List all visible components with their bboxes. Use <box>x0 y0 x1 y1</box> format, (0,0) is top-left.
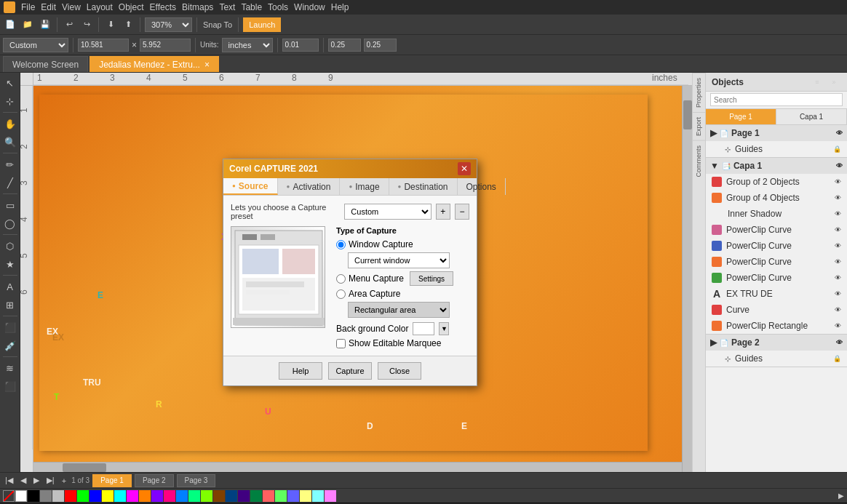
page1-section-header[interactable]: ▶ 📄 Page 1 👁 <box>706 125 847 141</box>
palette-scroll-right[interactable]: ▶ <box>838 492 844 500</box>
objects-search-input[interactable] <box>710 93 843 106</box>
page1-visibility[interactable]: 👁 <box>836 129 843 137</box>
guides2-visibility[interactable]: 🔒 <box>833 355 841 362</box>
polygon-tool[interactable]: ⬡ <box>1 237 19 255</box>
page1-tab-btn[interactable]: Page 1 <box>92 474 132 487</box>
indigo-swatch[interactable] <box>238 490 250 502</box>
menu-help[interactable]: Help <box>331 2 349 12</box>
capa1-section-header[interactable]: ▼ 📑 Capa 1 👁 <box>706 158 847 174</box>
white-swatch[interactable] <box>15 490 27 502</box>
curve-visibility[interactable]: 👁 <box>835 306 841 313</box>
preset-remove-btn[interactable]: − <box>455 204 469 220</box>
bg-color-swatch[interactable] <box>413 322 434 335</box>
height-input[interactable] <box>140 39 191 52</box>
line-tool[interactable]: ╱ <box>1 174 19 191</box>
tab-destination[interactable]: ● Destination <box>389 178 458 195</box>
navy-swatch[interactable] <box>226 490 237 502</box>
capa1-visibility[interactable]: 👁 <box>836 162 843 169</box>
area-type-select[interactable]: Rectangular area <box>348 302 450 318</box>
lime-swatch[interactable] <box>77 490 89 502</box>
group2-item[interactable]: Group of 2 Objects 👁 <box>706 174 847 190</box>
menu-edit[interactable]: Edit <box>41 2 56 12</box>
units-select[interactable]: inches <box>222 38 273 52</box>
panel-expand-btn[interactable]: » <box>827 75 841 89</box>
export-tab[interactable]: Export <box>693 112 705 140</box>
val1-input[interactable] <box>328 39 361 52</box>
redo-btn[interactable]: ↪ <box>79 17 94 32</box>
help-btn[interactable]: Help <box>279 362 322 380</box>
tab-activation[interactable]: ● Activation <box>278 178 341 195</box>
no-fill-swatch[interactable] <box>3 490 15 502</box>
bg-color-arrow[interactable]: ▼ <box>439 322 449 335</box>
capture-btn[interactable]: Capture <box>328 362 372 380</box>
extrude-item[interactable]: A EX TRU DE 👁 <box>706 286 847 302</box>
menu-text[interactable]: Text <box>219 2 235 12</box>
blend-tool[interactable]: ≋ <box>1 359 19 377</box>
darkgreen-swatch[interactable] <box>250 490 262 502</box>
dodgerblue-swatch[interactable] <box>176 490 188 502</box>
zoom-select[interactable]: 307% <box>145 17 192 32</box>
chartreuse-swatch[interactable] <box>201 490 212 502</box>
powerclip4-item[interactable]: PowerClip Curve 👁 <box>706 270 847 286</box>
extrude-tool[interactable]: ⬛ <box>1 377 19 395</box>
scrollbar-horizontal[interactable] <box>33 462 682 472</box>
export-btn[interactable]: ⬆ <box>121 17 135 32</box>
tab-source[interactable]: ● Source <box>223 178 278 195</box>
pc2-visibility[interactable]: 👁 <box>835 242 841 249</box>
zoom-tool[interactable]: 🔍 <box>1 133 19 151</box>
pan-tool[interactable]: ✋ <box>1 115 19 132</box>
hotpink-swatch[interactable] <box>164 490 175 502</box>
menu-object[interactable]: Object <box>119 2 144 12</box>
orange-swatch[interactable] <box>139 490 151 502</box>
group4-visibility[interactable]: 👁 <box>835 194 841 201</box>
guides2-item[interactable]: ⊹ Guides 🔒 <box>706 351 847 367</box>
page-prev-btn[interactable]: ◀ <box>18 476 28 485</box>
purple-swatch[interactable] <box>151 490 163 502</box>
show-marquee-checkbox[interactable] <box>336 339 346 348</box>
extrude-visibility[interactable]: 👁 <box>835 290 841 297</box>
menu-view[interactable]: View <box>62 2 81 12</box>
page2-tab-btn[interactable]: Page 2 <box>135 474 174 487</box>
guides-visibility[interactable]: 🔒 <box>833 145 841 153</box>
new-btn[interactable]: 📄 <box>3 17 17 32</box>
open-btn[interactable]: 📁 <box>20 17 35 32</box>
tab-close-icon[interactable]: × <box>204 60 210 70</box>
nudge-input[interactable] <box>282 39 319 52</box>
star-tool[interactable]: ★ <box>1 255 19 273</box>
menu-file[interactable]: File <box>21 2 35 12</box>
launch-btn[interactable]: Launch <box>243 17 281 32</box>
page2-section-header[interactable]: ▶ 📄 Page 2 👁 <box>706 335 847 351</box>
springgreen-swatch[interactable] <box>188 490 200 502</box>
page-add-btn[interactable]: + <box>60 476 68 485</box>
preset-add-btn[interactable]: + <box>436 204 450 220</box>
pc4-visibility[interactable]: 👁 <box>835 274 841 281</box>
tab-document[interactable]: Jedalias Mendez - Extru... × <box>90 56 219 72</box>
lightyellow-swatch[interactable] <box>300 490 311 502</box>
black-swatch[interactable] <box>28 490 39 502</box>
tab-image[interactable]: ● Image <box>340 178 389 195</box>
freehand-tool[interactable]: ✏ <box>1 156 19 173</box>
rect-tool[interactable]: ▭ <box>1 196 19 214</box>
menu-capture-radio[interactable] <box>336 274 346 284</box>
pc3-visibility[interactable]: 👁 <box>835 258 841 265</box>
table-tool[interactable]: ⊞ <box>1 296 19 313</box>
powerclip3-item[interactable]: PowerClip Curve 👁 <box>706 254 847 270</box>
pc-rect-visibility[interactable]: 👁 <box>835 322 841 329</box>
subselect-tool[interactable]: ⊹ <box>1 92 19 110</box>
powerclip2-item[interactable]: PowerClip Curve 👁 <box>706 238 847 254</box>
save-btn[interactable]: 💾 <box>38 17 52 32</box>
page-next-btn[interactable]: ▶ <box>31 476 41 485</box>
panel-options-btn[interactable]: ≡ <box>810 75 824 89</box>
pc1-visibility[interactable]: 👁 <box>835 226 841 233</box>
eyedropper-tool[interactable]: 💉 <box>1 337 19 354</box>
dialog-close-btn[interactable]: ✕ <box>458 162 471 175</box>
curve-item[interactable]: Curve 👁 <box>706 302 847 318</box>
menu-table[interactable]: Table <box>241 2 262 12</box>
window-capture-radio[interactable] <box>336 240 346 249</box>
lightcyan-swatch[interactable] <box>312 490 324 502</box>
menu-layout[interactable]: Layout <box>87 2 113 12</box>
window-type-select[interactable]: Current window <box>348 252 450 268</box>
red-swatch[interactable] <box>65 490 76 502</box>
yellow-swatch[interactable] <box>102 490 114 502</box>
preset-dropdown[interactable]: Custom <box>344 204 431 220</box>
